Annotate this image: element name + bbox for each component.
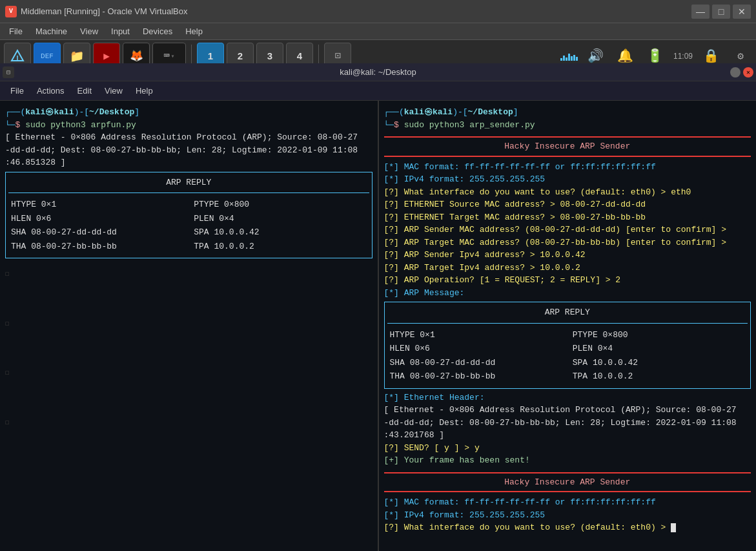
term-menu-view[interactable]: View — [98, 85, 129, 97]
vbox-app-icon: V — [5, 6, 17, 17]
term-menu-file[interactable]: File — [4, 85, 30, 97]
window-controls: — □ ✕ — [691, 5, 751, 19]
vbox-titlebar: V Middleman [Running] - Oracle VM Virtua… — [0, 0, 756, 23]
term-close-btn[interactable]: ✕ — [743, 67, 753, 78]
left-arp-plen: PLEN 0×4 — [194, 213, 366, 225]
vbox-menubar: File Machine View Input Devices Help — [0, 23, 756, 40]
right-hacky-title-2: Hacky Insecure ARP Sender — [384, 472, 751, 493]
right-arp-tpa: TPA 10.0.0.2 — [573, 370, 745, 383]
minimize-button[interactable]: — — [691, 5, 710, 19]
vbox-menu-input[interactable]: Input — [105, 25, 136, 37]
right-arp-sha: SHA 08-00-27-dd-dd-dd — [390, 357, 562, 369]
left-arp-tpa: TPA 10.0.0.2 — [194, 240, 366, 253]
right-arp-plen: PLEN 0×4 — [573, 342, 745, 355]
terminal-menubar: File Actions Edit View Help — [0, 81, 756, 101]
network-graph — [560, 52, 578, 61]
terminal-titlebar: ⊟ kali@kali: ~/Desktop ✕ — [0, 63, 756, 81]
right-arp-spa: SPA 10.0.0.42 — [573, 357, 745, 369]
right-arp-htype: HTYPE 0×1 — [390, 329, 562, 342]
tab-4-label: 4 — [297, 50, 302, 61]
left-arp-ptype: PTYPE 0×800 — [194, 198, 366, 211]
left-arp-tha: THA 08-00-27-bb-bb-bb — [11, 240, 183, 253]
term-minimize-btn[interactable] — [730, 67, 741, 78]
clock-display: 11:09 — [673, 52, 693, 61]
vbox-menu-file[interactable]: File — [3, 25, 29, 37]
tab-3-label: 3 — [267, 50, 272, 61]
tab-1-label: 1 — [208, 50, 213, 61]
terminal-left-panel: ┌──(kali㉿kali)-[~/Desktop] └─$ sudo pyth… — [0, 101, 379, 551]
left-prompt-line: ┌──(kali㉿kali)-[~/Desktop] └─$ sudo pyth… — [5, 106, 373, 131]
terminal-right-panel: ┌──(kali㉿kali)-[~/Desktop] └─$ sudo pyth… — [379, 101, 757, 551]
left-arp-htype: HTYPE 0×1 — [11, 198, 183, 211]
left-arp-hlen: HLEN 0×6 — [11, 213, 183, 225]
term-menu-actions[interactable]: Actions — [30, 85, 71, 97]
vbox-title: Middleman [Running] - Oracle VM VirtualB… — [21, 6, 691, 16]
right-arp-table: ARP REPLY HTYPE 0×1 PTYPE 0×800 HLEN 0×6… — [384, 302, 751, 389]
left-arp-spa: SPA 10.0.0.42 — [194, 226, 366, 239]
maximize-button[interactable]: □ — [712, 5, 730, 19]
terminal-window: ⊟ kali@kali: ~/Desktop ✕ File Actions Ed… — [0, 63, 756, 551]
tab-2-label: 2 — [238, 50, 243, 61]
right-prompt-line: ┌──(kali㉿kali)-[~/Desktop] └─$ sudo pyth… — [384, 106, 751, 131]
term-menu-help[interactable]: Help — [129, 85, 159, 97]
right-hacky-title-1: Hacky Insecure ARP Sender — [384, 136, 751, 157]
right-arp-ptype: PTYPE 0×800 — [573, 329, 745, 342]
left-arp-rows: HTYPE 0×1 PTYPE 0×800 HLEN 0×6 PLEN 0×4 … — [8, 196, 369, 255]
vbox-menu-machine[interactable]: Machine — [29, 25, 74, 37]
left-arp-table: ARP REPLY HTYPE 0×1 PTYPE 0×800 HLEN 0×6… — [5, 172, 373, 259]
term-menu-edit[interactable]: Edit — [71, 85, 98, 97]
right-arp-title: ARP REPLY — [387, 305, 748, 320]
terminal-content: ┌──(kali㉿kali)-[~/Desktop] └─$ sudo pyth… — [0, 101, 756, 551]
close-button[interactable]: ✕ — [733, 5, 751, 19]
terminal-window-controls: ✕ — [730, 67, 753, 78]
right-output-2: [*] Ethernet Header: [ Ethernet - 0×806 … — [384, 391, 751, 467]
term-left-btn[interactable]: ⊟ — [3, 67, 14, 78]
left-sidebar-icons: ◻ ◻ ◻ ◻ — [5, 269, 373, 428]
vbox-menu-view[interactable]: View — [74, 25, 105, 37]
vbox-menu-devices[interactable]: Devices — [136, 25, 179, 37]
right-arp-divider — [387, 323, 748, 324]
left-output: [ Ethernet - 0×806 Address Resolution Pr… — [5, 131, 373, 169]
terminal-title: kali@kali: ~/Desktop — [340, 67, 416, 77]
left-arp-divider — [8, 192, 369, 193]
right-output-3: [*] MAC format: ff-ff-ff-ff-ff-ff or ff:… — [384, 496, 751, 534]
right-arp-hlen: HLEN 0×6 — [390, 342, 562, 355]
right-output-1: [*] MAC format: ff-ff-ff-ff-ff-ff or ff:… — [384, 161, 751, 300]
right-arp-tha: THA 08-00-27-bb-bb-bb — [390, 370, 562, 383]
right-arp-rows: HTYPE 0×1 PTYPE 0×800 HLEN 0×6 PLEN 0×4 … — [387, 326, 748, 386]
left-arp-sha: SHA 08-00-27-dd-dd-dd — [11, 226, 183, 239]
vbox-menu-help[interactable]: Help — [179, 25, 209, 37]
left-arp-title: ARP REPLY — [8, 175, 369, 191]
